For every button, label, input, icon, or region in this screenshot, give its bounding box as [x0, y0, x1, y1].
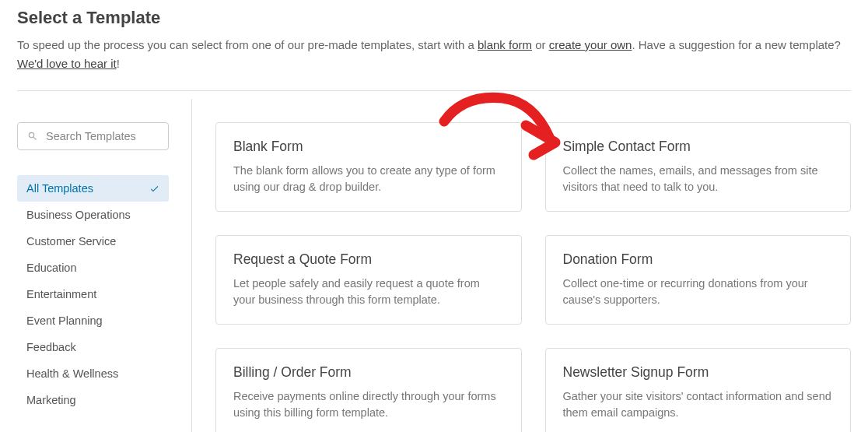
search-input[interactable] — [46, 130, 159, 142]
category-feedback[interactable]: Feedback — [17, 334, 169, 360]
template-desc: Gather your site visitors' contact infor… — [563, 388, 834, 421]
category-label: Customer Service — [26, 235, 116, 248]
category-marketing[interactable]: Marketing — [17, 387, 169, 413]
category-label: Business Operations — [26, 209, 131, 221]
template-card-newsletter-signup-form[interactable]: Newsletter Signup Form Gather your site … — [545, 348, 852, 432]
category-all-templates[interactable]: All Templates — [17, 175, 169, 202]
template-card-donation-form[interactable]: Donation Form Collect one-time or recurr… — [545, 235, 852, 325]
category-education[interactable]: Education — [17, 255, 169, 281]
check-icon — [149, 184, 159, 194]
template-title: Simple Contact Form — [563, 139, 834, 155]
template-desc: Receive payments online directly through… — [233, 388, 504, 421]
template-title: Donation Form — [563, 251, 834, 268]
template-desc: Let people safely and easily request a q… — [233, 276, 504, 308]
desc-text: To speed up the process you can select f… — [17, 38, 478, 51]
category-label: All Templates — [26, 182, 93, 195]
category-label: Event Planning — [26, 314, 103, 327]
desc-text: . Have a suggestion for a new template? — [632, 38, 841, 51]
category-label: Marketing — [26, 394, 76, 406]
template-card-request-quote-form[interactable]: Request a Quote Form Let people safely a… — [215, 235, 522, 325]
blank-form-link[interactable]: blank form — [478, 38, 532, 51]
template-card-blank-form[interactable]: Blank Form The blank form allows you to … — [215, 122, 522, 212]
template-title: Billing / Order Form — [233, 364, 504, 381]
category-event-planning[interactable]: Event Planning — [17, 307, 169, 334]
page-description: To speed up the process you can select f… — [17, 36, 851, 73]
template-title: Newsletter Signup Form — [563, 364, 834, 381]
sidebar: All Templates Business Operations Custom… — [17, 99, 192, 432]
category-label: Entertainment — [26, 288, 96, 300]
template-title: Request a Quote Form — [233, 251, 504, 268]
category-customer-service[interactable]: Customer Service — [17, 228, 169, 255]
template-title: Blank Form — [233, 139, 504, 155]
category-list: All Templates Business Operations Custom… — [17, 175, 169, 413]
category-entertainment[interactable]: Entertainment — [17, 281, 169, 307]
suggestion-link[interactable]: We'd love to hear it — [17, 57, 117, 70]
category-label: Feedback — [26, 341, 76, 353]
page-title: Select a Template — [17, 8, 851, 28]
template-card-simple-contact-form[interactable]: Simple Contact Form Collect the names, e… — [545, 122, 852, 212]
template-desc: Collect one-time or recurring donations … — [563, 276, 834, 308]
search-box[interactable] — [17, 122, 169, 150]
templates-grid: Blank Form The blank form allows you to … — [192, 99, 851, 432]
category-label: Education — [26, 262, 77, 274]
search-icon — [27, 131, 38, 142]
template-desc: Collect the names, emails, and messages … — [563, 163, 834, 195]
category-business-operations[interactable]: Business Operations — [17, 202, 169, 228]
template-desc: The blank form allows you to create any … — [233, 163, 504, 195]
desc-text: ! — [117, 57, 120, 70]
category-health-wellness[interactable]: Health & Wellness — [17, 360, 169, 387]
category-label: Health & Wellness — [26, 367, 118, 380]
create-your-own-link[interactable]: create your own — [549, 38, 632, 51]
template-card-billing-order-form[interactable]: Billing / Order Form Receive payments on… — [215, 348, 522, 432]
desc-text: or — [532, 38, 549, 51]
